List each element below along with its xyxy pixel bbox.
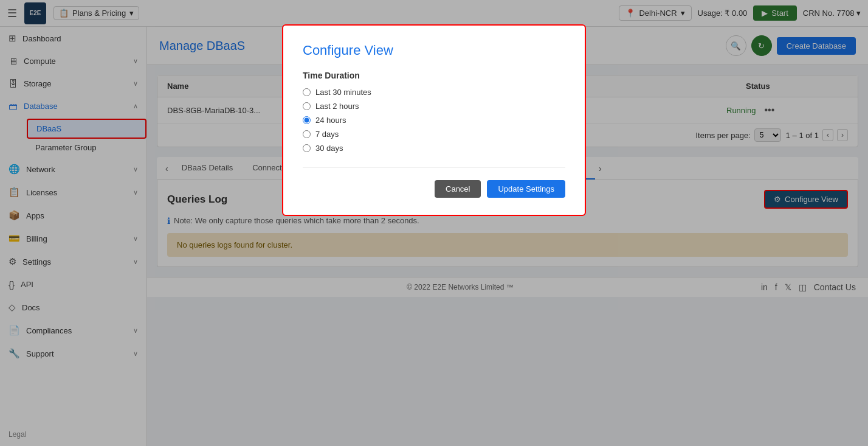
option-7d[interactable]: 7 days xyxy=(303,130,565,139)
radio-last30[interactable] xyxy=(303,88,311,96)
time-duration-options: Last 30 minutes Last 2 hours 24 hours 7 … xyxy=(303,88,565,153)
option-24h[interactable]: 24 hours xyxy=(303,116,565,125)
option-last30[interactable]: Last 30 minutes xyxy=(303,88,565,97)
configure-view-modal: Configure View Time Duration Last 30 min… xyxy=(282,24,586,216)
radio-24h[interactable] xyxy=(303,116,311,124)
cancel-button[interactable]: Cancel xyxy=(435,180,481,198)
radio-30d[interactable] xyxy=(303,144,311,152)
option-last2h[interactable]: Last 2 hours xyxy=(303,102,565,111)
modal-footer: Cancel Update Settings xyxy=(303,167,565,198)
option-label: Last 2 hours xyxy=(315,102,359,111)
modal-section-label: Time Duration xyxy=(303,71,565,80)
option-label: 30 days xyxy=(315,144,343,153)
radio-last2h[interactable] xyxy=(303,102,311,110)
radio-7d[interactable] xyxy=(303,130,311,138)
modal-overlay: Configure View Time Duration Last 30 min… xyxy=(0,0,868,446)
option-label: 7 days xyxy=(315,130,339,139)
option-label: 24 hours xyxy=(315,116,346,125)
option-label: Last 30 minutes xyxy=(315,88,371,97)
update-settings-button[interactable]: Update Settings xyxy=(487,180,565,198)
modal-title: Configure View xyxy=(303,43,565,58)
option-30d[interactable]: 30 days xyxy=(303,144,565,153)
